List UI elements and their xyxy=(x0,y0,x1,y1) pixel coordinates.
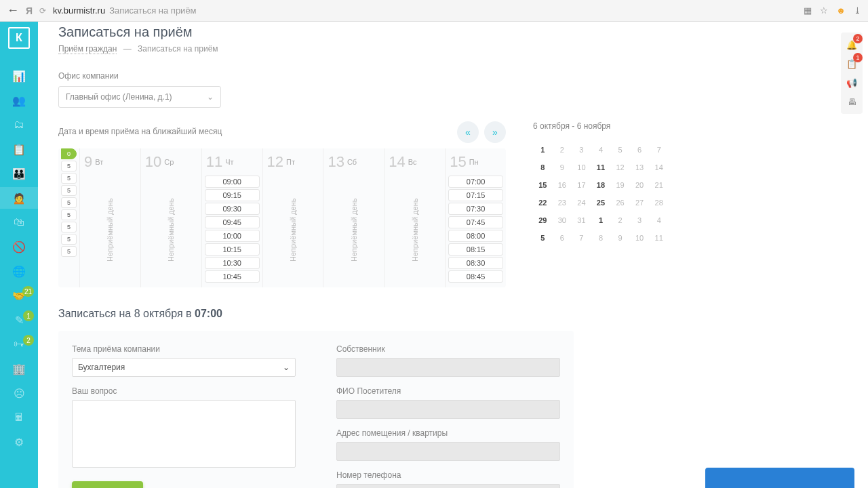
time-slot[interactable]: 08:45 xyxy=(448,270,503,283)
cal-day[interactable]: 15 xyxy=(533,178,553,192)
cal-day[interactable]: 11 xyxy=(591,161,611,174)
nav-calc[interactable]: 🖩 xyxy=(0,407,38,428)
time-slot[interactable]: 5 xyxy=(61,246,77,257)
nav-sliders[interactable]: ⚙ xyxy=(0,431,38,453)
printer-icon[interactable]: 🖶 xyxy=(844,94,860,110)
cal-day[interactable]: 4 xyxy=(649,214,669,227)
cal-day[interactable]: 28 xyxy=(649,196,669,209)
submit-button[interactable]: Записаться xyxy=(72,481,143,488)
time-slot[interactable]: 5 xyxy=(61,197,77,208)
next-week-button[interactable]: » xyxy=(484,121,506,143)
cal-day[interactable]: 14 xyxy=(649,161,669,174)
nav-reception[interactable]: 🙍 xyxy=(0,187,38,209)
nav-building[interactable]: 🏢 xyxy=(0,358,38,380)
office-select[interactable]: Главный офис (Ленина, д.1) ⌄ xyxy=(58,86,221,108)
question-textarea[interactable] xyxy=(72,400,296,468)
cal-day[interactable]: 27 xyxy=(630,196,650,209)
megaphone-icon[interactable]: 📢 xyxy=(844,75,860,91)
cal-day[interactable]: 4 xyxy=(591,143,611,157)
cal-day[interactable]: 30 xyxy=(553,214,572,227)
time-slot[interactable]: 09:15 xyxy=(205,189,260,201)
cal-day[interactable]: 9 xyxy=(610,231,630,245)
clipboard-icon[interactable]: 📋1 xyxy=(844,56,860,72)
cal-day[interactable]: 12 xyxy=(610,161,630,174)
time-slot[interactable]: 10:45 xyxy=(205,270,260,283)
time-slot[interactable]: 5 xyxy=(61,234,77,245)
cal-day[interactable]: 7 xyxy=(649,143,669,157)
cal-day[interactable]: 3 xyxy=(572,143,591,157)
cal-day[interactable]: 8 xyxy=(533,161,553,174)
time-slot[interactable]: 08:15 xyxy=(448,243,503,256)
time-slot[interactable]: 0 xyxy=(61,148,77,159)
cal-day[interactable]: 17 xyxy=(572,178,591,192)
bell-icon[interactable]: 🔔2 xyxy=(844,37,860,53)
cal-day[interactable]: 24 xyxy=(572,196,591,209)
emoji-icon[interactable]: ☻ xyxy=(836,5,846,16)
app-logo-icon[interactable]: К xyxy=(8,27,30,49)
breadcrumb-root[interactable]: Приём граждан xyxy=(58,44,117,54)
time-slot[interactable]: 10:30 xyxy=(205,257,260,269)
cal-day[interactable]: 16 xyxy=(553,178,572,192)
cal-day[interactable]: 9 xyxy=(553,161,572,174)
cal-day[interactable]: 6 xyxy=(630,143,650,157)
cal-day[interactable]: 18 xyxy=(591,178,611,192)
url-bar[interactable]: kv.burmistr.ru Записаться на приём xyxy=(53,5,197,16)
time-slot[interactable]: 10:00 xyxy=(205,230,260,242)
nav-dashboard[interactable]: 📊 xyxy=(0,65,38,87)
cal-day[interactable]: 25 xyxy=(591,196,611,209)
nav-bag[interactable]: 🛍 xyxy=(0,211,38,233)
time-slot[interactable]: 5 xyxy=(61,161,77,171)
nav-key[interactable]: 🗝2 xyxy=(0,333,38,355)
time-slot[interactable]: 5 xyxy=(61,209,77,220)
cal-day[interactable]: 3 xyxy=(630,214,650,227)
time-slot[interactable]: 07:15 xyxy=(448,189,503,201)
nav-users[interactable]: 👥 xyxy=(0,89,38,111)
cal-day[interactable]: 2 xyxy=(553,143,572,157)
time-slot[interactable]: 5 xyxy=(61,173,77,184)
time-slot[interactable]: 10:15 xyxy=(205,243,260,256)
download-icon[interactable]: ⤓ xyxy=(854,5,861,16)
prev-week-button[interactable]: « xyxy=(457,121,479,143)
time-slot[interactable]: 07:00 xyxy=(448,176,503,188)
nav-clipboard[interactable]: 📋 xyxy=(0,138,38,160)
cal-day[interactable]: 1 xyxy=(591,214,611,227)
visitor-input[interactable] xyxy=(336,400,560,419)
time-slot[interactable]: 09:00 xyxy=(205,176,260,188)
cal-day[interactable]: 11 xyxy=(649,231,669,245)
nav-ban[interactable]: 🚫 xyxy=(0,236,38,258)
address-input[interactable] xyxy=(336,442,560,461)
time-slot[interactable]: 09:30 xyxy=(205,203,260,215)
cal-day[interactable]: 6 xyxy=(553,231,572,245)
time-slot[interactable]: 09:45 xyxy=(205,216,260,228)
time-slot[interactable]: 07:45 xyxy=(448,216,503,228)
nav-folder[interactable]: 🗂 xyxy=(0,114,38,136)
cal-day[interactable]: 1 xyxy=(533,143,553,157)
nav-handshake[interactable]: 🤝21 xyxy=(0,285,38,306)
cal-day[interactable]: 5 xyxy=(610,143,630,157)
cal-day[interactable]: 29 xyxy=(533,214,553,227)
nav-edit[interactable]: ✎1 xyxy=(0,309,38,331)
topic-select[interactable]: Бухгалтерия ⌄ xyxy=(72,358,296,377)
cal-day[interactable]: 19 xyxy=(610,178,630,192)
cal-day[interactable]: 23 xyxy=(553,196,572,209)
owner-input[interactable] xyxy=(336,358,560,377)
cal-day[interactable]: 2 xyxy=(610,214,630,227)
extension-icon[interactable]: ▦ xyxy=(804,5,812,16)
nav-globe[interactable]: 🌐 xyxy=(0,260,38,282)
cal-day[interactable]: 10 xyxy=(572,161,591,174)
cal-day[interactable]: 13 xyxy=(630,161,650,174)
cal-day[interactable]: 5 xyxy=(533,231,553,245)
nav-face[interactable]: ☹ xyxy=(0,382,38,404)
cal-day[interactable]: 22 xyxy=(533,196,553,209)
cal-day[interactable]: 20 xyxy=(630,178,650,192)
time-slot[interactable]: 07:30 xyxy=(448,203,503,215)
cal-day[interactable]: 31 xyxy=(572,214,591,227)
cal-day[interactable]: 7 xyxy=(572,231,591,245)
bottom-widget[interactable] xyxy=(705,468,854,488)
time-slot[interactable]: 08:00 xyxy=(448,230,503,242)
yandex-logo-icon[interactable]: Я xyxy=(26,5,33,16)
cal-day[interactable]: 21 xyxy=(649,178,669,192)
cal-day[interactable]: 10 xyxy=(630,231,650,245)
phone-input[interactable] xyxy=(336,484,560,488)
back-icon[interactable]: ← xyxy=(7,3,19,18)
